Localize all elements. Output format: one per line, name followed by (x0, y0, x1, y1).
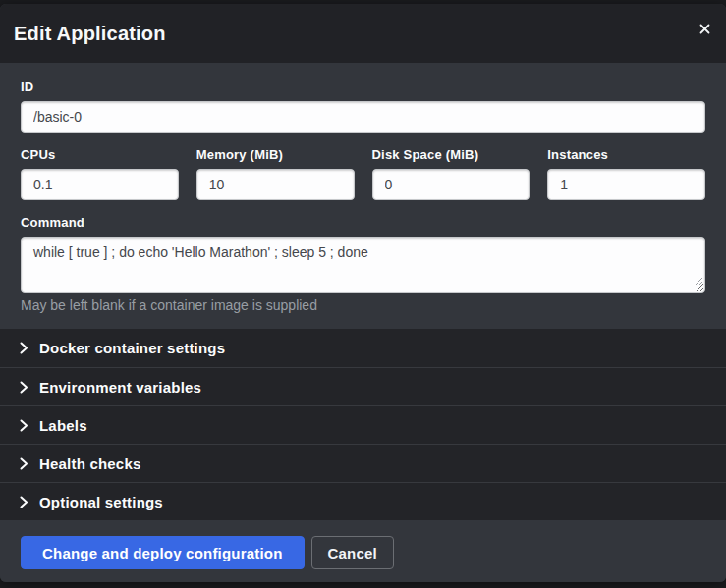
section-label: Environment variables (39, 379, 201, 396)
resources-row: CPUs Memory (MiB) Disk Space (MiB) Insta… (21, 147, 705, 200)
cpus-field-group: CPUs (21, 147, 179, 200)
instances-label: Instances (547, 147, 705, 162)
command-help-text: May be left blank if a container image i… (21, 297, 705, 313)
cpus-label: CPUs (21, 147, 179, 162)
modal-footer: Change and deploy configuration Cancel (0, 520, 726, 582)
section-label: Docker container settings (39, 340, 225, 356)
edit-application-modal: Edit Application ID CPUs (0, 4, 726, 582)
accordion: Docker container settings Environment va… (0, 329, 726, 520)
chevron-right-icon (20, 342, 28, 354)
modal-title: Edit Application (14, 23, 166, 45)
id-label: ID (21, 80, 705, 94)
modal-header: Edit Application (0, 4, 726, 63)
modal-backdrop: Edit Application ID CPUs (0, 0, 726, 588)
close-icon (699, 24, 710, 34)
memory-input[interactable] (196, 169, 355, 200)
memory-label: Memory (MiB) (196, 147, 355, 162)
section-label: Optional settings (39, 494, 163, 510)
section-label: Health checks (39, 455, 140, 472)
section-docker-container-settings[interactable]: Docker container settings (0, 329, 726, 367)
instances-field-group: Instances (547, 147, 705, 200)
command-field-group: Command while [ true ] ; do echo 'Hello … (21, 215, 705, 313)
id-field-group: ID (21, 80, 705, 133)
disk-space-input[interactable] (372, 169, 531, 200)
cancel-button[interactable]: Cancel (311, 536, 394, 569)
close-button[interactable] (693, 17, 716, 40)
command-textarea[interactable]: while [ true ] ; do echo 'Hello Marathon… (21, 237, 705, 293)
section-labels[interactable]: Labels (0, 405, 726, 444)
instances-input[interactable] (547, 169, 705, 200)
disk-space-label: Disk Space (MiB) (372, 147, 531, 162)
chevron-right-icon (20, 496, 28, 508)
section-label: Labels (39, 417, 87, 434)
application-form: ID CPUs Memory (MiB) Disk Space (MiB) In (0, 63, 726, 329)
chevron-right-icon (20, 381, 28, 394)
memory-field-group: Memory (MiB) (196, 147, 355, 200)
section-environment-variables[interactable]: Environment variables (0, 367, 726, 405)
disk-space-field-group: Disk Space (MiB) (372, 147, 531, 200)
section-health-checks[interactable]: Health checks (0, 444, 726, 482)
chevron-right-icon (20, 457, 28, 470)
id-input[interactable] (21, 101, 705, 133)
command-label: Command (21, 215, 705, 230)
cpus-input[interactable] (21, 169, 179, 200)
section-optional-settings[interactable]: Optional settings (0, 482, 726, 520)
chevron-right-icon (20, 419, 28, 432)
change-and-deploy-button[interactable]: Change and deploy configuration (21, 536, 305, 569)
command-textarea-wrap: while [ true ] ; do echo 'Hello Marathon… (21, 237, 705, 293)
